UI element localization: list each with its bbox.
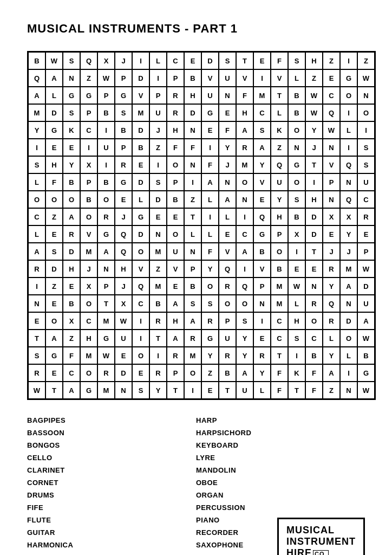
grid-row: IZEXPJQMEBORQPMWNYAD [28, 278, 375, 295]
grid-cell: B [271, 260, 288, 278]
grid-cell: D [115, 364, 132, 382]
grid-cell: L [323, 330, 340, 347]
grid-cell: Y [236, 347, 253, 364]
grid-cell: O [167, 225, 184, 243]
grid-cell: Z [305, 69, 323, 87]
grid-cell: H [167, 312, 184, 330]
grid-cell: B [132, 139, 149, 156]
grid-cell: F [201, 156, 219, 173]
grid-cell: T [149, 330, 167, 347]
grid-cell: P [184, 260, 201, 278]
grid-cell: G [115, 173, 132, 191]
grid-cell: J [115, 278, 132, 295]
grid-cell: L [132, 191, 149, 208]
grid-cell: R [305, 295, 323, 312]
grid-cell: C [63, 364, 80, 382]
grid-cell: Z [80, 69, 97, 87]
grid-cell: M [28, 104, 45, 121]
page-title: MUSICAL INSTRUMENTS - PART 1 [27, 22, 365, 36]
grid-cell: A [323, 364, 340, 382]
grid-cell: R [63, 225, 80, 243]
grid-cell: N [236, 191, 253, 208]
grid-cell: B [28, 52, 45, 69]
grid-cell: R [253, 347, 271, 364]
grid-cell: N [340, 173, 357, 191]
grid-cell: O [97, 191, 115, 208]
grid-cell: V [201, 69, 219, 87]
grid-cell: O [167, 156, 184, 173]
grid-row: LFBPBGDSPIANOVUOIPNU [28, 173, 375, 191]
grid-cell: R [115, 156, 132, 173]
grid-cell: N [184, 121, 201, 139]
grid-cell: U [149, 104, 167, 121]
grid-cell: B [63, 173, 80, 191]
grid-cell: V [323, 156, 340, 173]
grid-cell: M [253, 87, 271, 104]
grid-cell: G [97, 225, 115, 243]
grid-cell: E [167, 208, 184, 225]
grid-cell: I [184, 382, 201, 399]
grid-cell: X [288, 225, 305, 243]
grid-cell: N [115, 382, 132, 399]
grid-cell: A [201, 173, 219, 191]
grid-cell: Y [63, 156, 80, 173]
grid-cell: G [115, 87, 132, 104]
grid-cell: N [323, 139, 340, 156]
grid-cell: H [271, 208, 288, 225]
grid-cell: T [305, 243, 323, 260]
grid-cell: A [184, 312, 201, 330]
grid-cell: T [28, 330, 45, 347]
grid-cell: L [201, 191, 219, 208]
grid-cell: A [167, 330, 184, 347]
grid-cell: B [184, 69, 201, 87]
grid-cell: C [167, 52, 184, 69]
grid-cell: I [132, 312, 149, 330]
grid-cell: E [357, 225, 375, 243]
grid-cell: L [28, 225, 45, 243]
logo-line3: HIRE CO. [286, 547, 329, 555]
grid-cell: I [288, 347, 305, 364]
grid-cell: M [271, 278, 288, 295]
grid-cell: N [253, 295, 271, 312]
grid-cell: Y [323, 278, 340, 295]
grid-cell: H [288, 312, 305, 330]
grid-cell: F [45, 173, 63, 191]
grid-row: TAZHGUITARGUYECSCLOW [28, 330, 375, 347]
word-item: HARP [196, 415, 365, 425]
grid-cell: C [80, 312, 97, 330]
grid-cell: U [357, 173, 375, 191]
grid-cell: D [132, 173, 149, 191]
grid-cell: V [253, 173, 271, 191]
grid-cell: W [323, 121, 340, 139]
grid-cell: Z [149, 139, 167, 156]
grid-cell: D [63, 243, 80, 260]
grid-row: MDSPBSMURDGEHCLBWQIO [28, 104, 375, 121]
grid-cell: G [63, 87, 80, 104]
grid-cell: N [184, 156, 201, 173]
grid-cell: V [132, 87, 149, 104]
grid-cell: Q [115, 225, 132, 243]
grid-cell: G [201, 104, 219, 121]
grid-cell: D [45, 260, 63, 278]
grid-cell: P [149, 87, 167, 104]
grid-cell: R [357, 208, 375, 225]
grid-cell: M [132, 104, 149, 121]
grid-cell: Q [253, 208, 271, 225]
grid-cell: T [184, 208, 201, 225]
grid-cell: E [45, 225, 63, 243]
grid-cell: H [45, 156, 63, 173]
grid-cell: W [305, 87, 323, 104]
grid-cell: R [236, 139, 253, 156]
grid-cell: X [115, 295, 132, 312]
grid-cell: I [149, 347, 167, 364]
grid-cell: I [28, 278, 45, 295]
word-item: BONGOS [27, 440, 196, 450]
grid-cell: F [236, 87, 253, 104]
grid-cell: T [236, 52, 253, 69]
word-column-left: BAGPIPESBASSOONBONGOSCELLOCLARINETCORNET… [27, 415, 196, 550]
grid-cell: N [219, 87, 236, 104]
grid-row: CZAORJGEETILIQHBDXXR [28, 208, 375, 225]
grid-cell: W [288, 278, 305, 295]
grid-cell: O [63, 191, 80, 208]
grid-cell: F [271, 52, 288, 69]
